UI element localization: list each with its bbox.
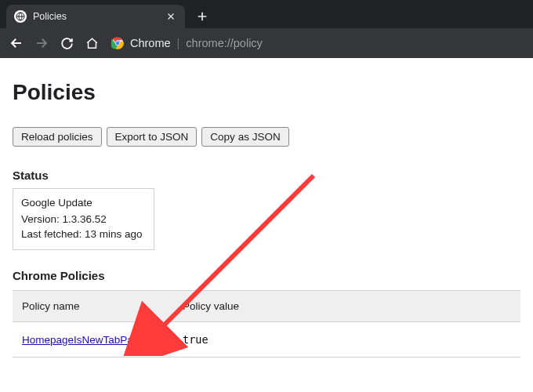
url-path: chrome://policy: [186, 37, 263, 49]
status-version: Version: 1.3.36.52: [21, 213, 143, 225]
col-policy-name: Policy name: [13, 291, 173, 322]
close-icon[interactable]: [165, 10, 177, 23]
chrome-icon: [111, 37, 124, 49]
status-fetched: Last fetched: 13 mins ago: [21, 228, 143, 240]
export-json-button[interactable]: Export to JSON: [107, 127, 198, 147]
home-button[interactable]: [80, 31, 103, 55]
status-card-title: Google Update: [21, 197, 143, 209]
reload-button[interactable]: [55, 31, 78, 55]
policy-table: Policy name Policy value HomepageIsNewTa…: [13, 290, 520, 358]
policy-name-link[interactable]: HomepageIsNewTabPage: [22, 334, 156, 346]
reload-policies-button[interactable]: Reload policies: [13, 127, 102, 147]
col-policy-value: Policy value: [173, 291, 520, 322]
table-header-row: Policy name Policy value: [13, 291, 520, 322]
globe-icon: [14, 10, 27, 23]
page-title: Policies: [13, 80, 520, 105]
status-card: Google Update Version: 1.3.36.52 Last fe…: [13, 188, 154, 250]
copy-json-button[interactable]: Copy as JSON: [201, 127, 288, 147]
new-tab-button[interactable]: [191, 5, 213, 27]
address-bar[interactable]: Chrome | chrome://policy: [111, 37, 528, 49]
site-label: Chrome: [130, 37, 171, 49]
tab-title: Policies: [33, 11, 165, 22]
action-buttons: Reload policies Export to JSON Copy as J…: [13, 127, 520, 147]
toolbar: Chrome | chrome://policy: [0, 28, 533, 58]
browser-chrome: Policies Chrome | chrome://policy: [0, 0, 533, 58]
tab-strip: Policies: [0, 0, 533, 28]
omnibox-divider: |: [177, 37, 180, 49]
policy-value-cell: true: [173, 322, 520, 358]
chrome-policies-heading: Chrome Policies: [13, 269, 520, 282]
back-button[interactable]: [5, 31, 28, 55]
status-heading: Status: [13, 169, 520, 182]
site-chip: Chrome: [111, 37, 171, 49]
table-row: HomepageIsNewTabPage true: [13, 322, 520, 358]
forward-button[interactable]: [30, 31, 53, 55]
page-content: Policies Reload policies Export to JSON …: [0, 58, 533, 358]
browser-tab[interactable]: Policies: [6, 5, 185, 28]
external-link-icon: [147, 335, 156, 344]
